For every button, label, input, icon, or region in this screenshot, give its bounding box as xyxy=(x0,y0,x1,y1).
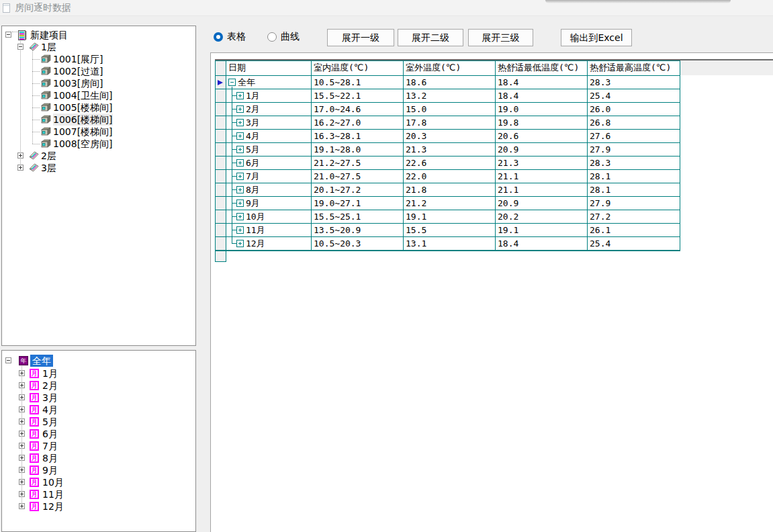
cell-indoor-temp[interactable]: 16.3~28.1 xyxy=(312,130,404,143)
grid-row[interactable]: 11月13.5~20.915.519.126.1 xyxy=(216,224,680,237)
room-item[interactable]: 1005[楼梯间] xyxy=(2,101,195,114)
tree-expander-expand-icon[interactable] xyxy=(19,467,25,473)
cell-comfort-max-temp[interactable]: 26.0 xyxy=(588,103,680,116)
row-expand-icon[interactable] xyxy=(236,186,244,193)
cell-date[interactable]: 3月 xyxy=(226,116,312,130)
cell-comfort-max-temp[interactable]: 25.4 xyxy=(588,237,680,251)
month-item[interactable]: 月12月 xyxy=(2,500,195,513)
cell-indoor-temp[interactable]: 17.0~24.6 xyxy=(312,103,404,116)
tree-expander-expand-icon[interactable] xyxy=(19,370,25,376)
cell-comfort-max-temp[interactable]: 27.2 xyxy=(588,210,680,224)
radio-table-label[interactable]: 表格 xyxy=(227,31,246,43)
month-item[interactable]: 月7月 xyxy=(2,440,195,452)
cell-comfort-min-temp[interactable]: 19.1 xyxy=(496,224,588,237)
room-item[interactable]: 1003[房间] xyxy=(2,77,195,89)
cell-comfort-min-temp[interactable]: 21.1 xyxy=(496,170,588,183)
cell-comfort-min-temp[interactable]: 21.3 xyxy=(496,157,588,170)
cell-outdoor-temp[interactable]: 21.2 xyxy=(404,197,496,210)
month-item[interactable]: 月6月 xyxy=(2,428,195,440)
tree-expander-expand-icon[interactable] xyxy=(19,394,25,400)
column-header-3[interactable]: 室外温度(℃) xyxy=(404,61,496,76)
tree-expander-collapse-icon[interactable] xyxy=(5,32,11,38)
row-header-cell[interactable] xyxy=(216,157,226,170)
row-header-cell[interactable] xyxy=(216,237,226,251)
cell-comfort-max-temp[interactable]: 26.1 xyxy=(588,224,680,237)
cell-outdoor-temp[interactable]: 15.0 xyxy=(404,103,496,116)
cell-comfort-min-temp[interactable]: 20.2 xyxy=(496,210,588,224)
column-header-4[interactable]: 热舒适最低温度(℃) xyxy=(496,61,588,76)
cell-outdoor-temp[interactable]: 18.6 xyxy=(404,76,496,89)
row-expand-icon[interactable] xyxy=(236,213,244,220)
cell-outdoor-temp[interactable]: 22.0 xyxy=(404,170,496,183)
cell-comfort-max-temp[interactable]: 28.3 xyxy=(588,76,680,89)
row-expand-icon[interactable] xyxy=(236,159,244,167)
cell-outdoor-temp[interactable]: 13.1 xyxy=(404,237,496,251)
cell-indoor-temp[interactable]: 15.5~22.1 xyxy=(312,89,404,103)
month-item[interactable]: 月4月 xyxy=(2,404,195,416)
row-header-cell[interactable] xyxy=(216,224,226,237)
grid-row[interactable]: 12月10.5~20.313.118.425.4 xyxy=(216,237,680,251)
cell-date[interactable]: 8月 xyxy=(226,183,312,197)
cell-comfort-min-temp[interactable]: 20.9 xyxy=(496,143,588,157)
tree-expander-expand-icon[interactable] xyxy=(19,455,25,461)
cell-comfort-max-temp[interactable]: 28.1 xyxy=(588,170,680,183)
tree-expander-expand-icon[interactable] xyxy=(17,152,24,159)
cell-comfort-max-temp[interactable]: 28.3 xyxy=(588,157,680,170)
room-item[interactable]: 1007[楼梯间] xyxy=(2,126,195,138)
row-header-cell[interactable] xyxy=(216,130,226,143)
row-header-cell[interactable] xyxy=(216,210,226,224)
cell-indoor-temp[interactable]: 15.5~25.1 xyxy=(312,210,404,224)
cell-indoor-temp[interactable]: 10.5~28.1 xyxy=(312,76,404,89)
expand-level-2-button[interactable]: 展开二级 xyxy=(398,29,463,46)
cell-indoor-temp[interactable]: 21.0~27.5 xyxy=(312,170,404,183)
grid-row[interactable]: 4月16.3~28.120.320.627.6 xyxy=(216,130,680,143)
room-item[interactable]: 1002[过道] xyxy=(2,65,195,77)
cell-comfort-max-temp[interactable]: 26.8 xyxy=(588,116,680,130)
row-header-cell[interactable] xyxy=(216,197,226,210)
tree-expander-expand-icon[interactable] xyxy=(19,418,25,425)
cell-comfort-max-temp[interactable]: 27.6 xyxy=(588,130,680,143)
project-tree-root-item[interactable]: 新建项目 xyxy=(2,29,195,41)
row-collapse-icon[interactable] xyxy=(228,79,236,86)
tree-expander-collapse-icon[interactable] xyxy=(5,357,11,363)
row-expand-icon[interactable] xyxy=(236,146,244,153)
row-expand-icon[interactable] xyxy=(236,119,244,126)
row-header-cell[interactable] xyxy=(216,116,226,130)
cell-outdoor-temp[interactable]: 20.3 xyxy=(404,130,496,143)
grid-row[interactable]: 10月15.5~25.119.120.227.2 xyxy=(216,210,680,224)
grid-row[interactable]: 2月17.0~24.615.019.026.0 xyxy=(216,103,680,116)
room-item[interactable]: 1008[空房间] xyxy=(2,138,195,150)
tree-expander-expand-icon[interactable] xyxy=(19,382,25,388)
grid-row[interactable]: 全年10.5~28.118.618.428.3 xyxy=(216,76,680,89)
month-item[interactable]: 月3月 xyxy=(2,392,195,404)
radio-curve-view[interactable] xyxy=(267,32,277,42)
cell-indoor-temp[interactable]: 19.1~28.0 xyxy=(312,143,404,157)
cell-outdoor-temp[interactable]: 15.5 xyxy=(404,224,496,237)
export-excel-button[interactable]: 输出到Excel xyxy=(561,29,632,46)
row-header-cell[interactable] xyxy=(216,143,226,157)
grid-row[interactable]: 5月19.1~28.021.320.927.9 xyxy=(216,143,680,157)
cell-comfort-min-temp[interactable]: 19.0 xyxy=(496,103,588,116)
column-header-2[interactable]: 室内温度(℃) xyxy=(312,61,404,76)
floor-item[interactable]: 3层 xyxy=(2,162,195,174)
cell-outdoor-temp[interactable]: 17.8 xyxy=(404,116,496,130)
row-expand-icon[interactable] xyxy=(236,92,244,99)
tree-expander-expand-icon[interactable] xyxy=(19,491,25,497)
cell-comfort-min-temp[interactable]: 18.4 xyxy=(496,237,588,251)
cell-comfort-max-temp[interactable]: 25.4 xyxy=(588,89,680,103)
row-expand-icon[interactable] xyxy=(236,226,244,234)
month-item[interactable]: 月5月 xyxy=(2,416,195,428)
tree-expander-collapse-icon[interactable] xyxy=(17,44,24,50)
cell-date[interactable]: 6月 xyxy=(226,157,312,170)
tree-expander-expand-icon[interactable] xyxy=(17,165,24,171)
cell-date[interactable]: 全年 xyxy=(226,76,312,89)
tree-expander-expand-icon[interactable] xyxy=(19,503,25,509)
grid-row[interactable]: 9月19.0~27.121.220.927.9 xyxy=(216,197,680,210)
row-expand-icon[interactable] xyxy=(236,132,244,140)
row-expand-icon[interactable] xyxy=(236,173,244,180)
tree-expander-expand-icon[interactable] xyxy=(19,431,25,437)
cell-date[interactable]: 9月 xyxy=(226,197,312,210)
floor-item[interactable]: 2层 xyxy=(2,150,195,162)
expand-level-3-button[interactable]: 展开三级 xyxy=(468,29,533,46)
cell-indoor-temp[interactable]: 20.1~27.2 xyxy=(312,183,404,197)
